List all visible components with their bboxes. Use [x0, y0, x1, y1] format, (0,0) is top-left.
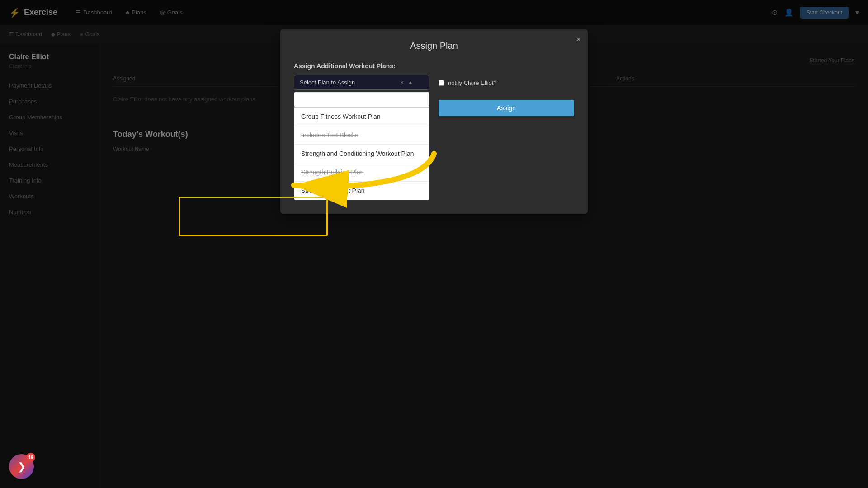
modal-section-label: Assign Additional Workout Plans: [294, 62, 574, 70]
modal-title: Assign Plan [294, 41, 574, 51]
assign-plan-modal: × Assign Plan Assign Additional Workout … [280, 29, 588, 214]
modal-close-button[interactable]: × [576, 35, 581, 44]
dropdown-item-group-fitness[interactable]: Group Fitness Workout Plan [294, 108, 429, 126]
dropdown-list: Group Fitness Workout Plan Includes Text… [294, 107, 429, 200]
dropdown-item-strength-conditioning[interactable]: Strength and Conditioning Workout Plan [294, 145, 429, 163]
plan-select-container: Select Plan to Assign × ▲ Group Fitness … [294, 75, 429, 200]
dropdown-item-text-blocks[interactable]: Includes Text Blocks [294, 126, 429, 145]
dropdown-item-strength-workout[interactable]: Strength Workout Plan [294, 182, 429, 200]
intercom-icon: ❯ [18, 461, 26, 473]
intercom-bubble: 19 ❯ [9, 454, 34, 479]
dropdown-item-strength-building[interactable]: Strength Building Plan [294, 163, 429, 182]
notify-checkbox-row: notify Claire Elliot? [439, 77, 574, 86]
plan-select-input[interactable]: Select Plan to Assign × ▲ [294, 75, 429, 90]
notify-label: notify Claire Elliot? [448, 80, 497, 86]
select-arrow-icon[interactable]: ▲ [407, 79, 413, 86]
notify-checkbox[interactable] [439, 80, 444, 86]
select-clear-icon[interactable]: × [401, 79, 404, 86]
assign-button[interactable]: Assign [439, 100, 574, 116]
select-icons: × ▲ [401, 79, 413, 86]
modal-body-row: Select Plan to Assign × ▲ Group Fitness … [294, 75, 574, 200]
dropdown-search-input[interactable] [294, 92, 429, 107]
intercom-button[interactable]: 19 ❯ [9, 454, 34, 479]
modal-left-panel: Select Plan to Assign × ▲ Group Fitness … [294, 75, 429, 200]
select-placeholder: Select Plan to Assign [300, 79, 355, 86]
intercom-badge: 19 [26, 453, 35, 462]
